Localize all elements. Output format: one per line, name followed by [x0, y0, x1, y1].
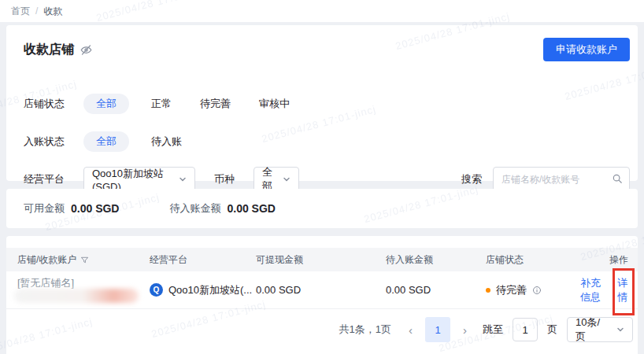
available-amount-label: 可用金额 — [24, 201, 65, 216]
col-actions: 操作 — [580, 253, 628, 267]
store-status-option-all[interactable]: 全部 — [83, 94, 129, 114]
pagination: 共1条，1页 ‹ 1 › 跳至 页 10条/页 — [6, 317, 638, 342]
breadcrumb-current: 收款 — [43, 5, 62, 18]
table-card: 店铺/收款账户 经营平台 可提现金额 待入账金额 店铺状态 操作 [暂无店铺名]… — [6, 236, 638, 354]
supplement-info-link[interactable]: 补充信息 — [580, 276, 601, 304]
status-dot — [486, 288, 490, 293]
filter-funnel-icon[interactable] — [80, 256, 89, 264]
page-1-button[interactable]: 1 — [425, 317, 450, 342]
store-cell: [暂无店铺名] — [17, 271, 150, 308]
entry-status-label: 入账状态 — [24, 135, 65, 149]
withdrawable-amount: 0.00 SGD — [256, 284, 386, 296]
jump-page-input[interactable] — [513, 318, 538, 341]
filters-card: 收款店铺 申请收款账户 店铺状态 全部 正常 待完善 审核中 入账状态 全部 待… — [6, 25, 638, 181]
store-status-label: 店铺状态 — [24, 97, 65, 111]
chevron-down-icon — [616, 326, 624, 334]
store-status-option-normal[interactable]: 正常 — [145, 94, 178, 114]
title-row: 收款店铺 申请收款账户 — [24, 38, 630, 61]
entry-status-filter: 入账状态 全部 待入账 — [24, 131, 204, 152]
col-platform-label: 经营平台 — [150, 253, 187, 267]
col-withdrawable: 可提现金额 — [256, 253, 386, 267]
pending-amount-value: 0.00 SGD — [227, 202, 275, 215]
status-cell: 待完善 — [486, 283, 580, 297]
entry-status-option-pending[interactable]: 待入账 — [145, 131, 188, 152]
col-actions-label: 操作 — [609, 253, 628, 267]
actions-cell: 补充信息 详情 — [580, 276, 628, 304]
col-pending-label: 待入账金额 — [386, 253, 433, 267]
detail-link[interactable]: 详情 — [617, 277, 627, 303]
page-size-value: 10条/页 — [576, 315, 610, 344]
table-header: 店铺/收款账户 经营平台 可提现金额 待入账金额 店铺状态 操作 — [6, 248, 638, 271]
col-store-account-label: 店铺/收款账户 — [17, 253, 76, 267]
apply-account-button[interactable]: 申请收款账户 — [543, 38, 630, 61]
col-status: 店铺状态 — [486, 253, 580, 267]
pending-amount: 0.00 SGD — [386, 284, 486, 296]
search-icon[interactable] — [612, 173, 623, 186]
pagination-total: 共1条，1页 — [339, 323, 391, 337]
breadcrumb: 首页 / 收款 — [0, 0, 644, 22]
next-page-icon[interactable]: › — [460, 323, 470, 337]
search-label: 搜索 — [461, 172, 482, 186]
info-circle-icon[interactable] — [532, 286, 542, 295]
available-amount-value: 0.00 SGD — [71, 202, 119, 215]
platform-label: 经营平台 — [24, 172, 65, 186]
platform-cell: Q Qoo10新加坡站(... — [150, 283, 256, 297]
col-pending: 待入账金额 — [386, 253, 486, 267]
chevron-down-icon — [179, 175, 187, 183]
store-status-option-incomplete[interactable]: 待完善 — [194, 94, 237, 114]
page-unit-label: 页 — [547, 323, 557, 337]
pending-amount-label: 待入账金额 — [169, 201, 220, 216]
store-status-filter: 店铺状态 全部 正常 待完善 审核中 — [24, 94, 312, 114]
col-platform: 经营平台 — [150, 253, 256, 267]
store-status-option-reviewing[interactable]: 审核中 — [253, 94, 296, 114]
breadcrumb-home-link[interactable]: 首页 — [11, 5, 30, 18]
col-store-account: 店铺/收款账户 — [17, 253, 150, 267]
redacted-account-number — [14, 289, 139, 303]
page-size-select[interactable]: 10条/页 — [567, 317, 633, 342]
eye-off-icon[interactable] — [80, 44, 92, 56]
payment-stores-page: 2025/04/28 17:01-jincj 2025/04/28 17:01-… — [0, 0, 644, 354]
entry-status-option-all[interactable]: 全部 — [83, 131, 129, 152]
status-badge: 待完善 — [496, 283, 527, 297]
col-status-label: 店铺状态 — [486, 253, 524, 267]
breadcrumb-separator: / — [35, 6, 38, 17]
col-withdrawable-label: 可提现金额 — [256, 253, 303, 267]
table-row: [暂无店铺名] Q Qoo10新加坡站(... 0.00 SGD 0.00 SG… — [6, 271, 638, 309]
prev-page-icon[interactable]: ‹ — [405, 323, 416, 337]
page-title: 收款店铺 — [24, 42, 74, 58]
platform-name: Qoo10新加坡站(... — [168, 283, 252, 297]
chevron-down-icon — [283, 175, 291, 183]
qoo10-logo-icon: Q — [150, 283, 163, 297]
currency-label: 币种 — [214, 172, 235, 186]
jump-to-label: 跳至 — [483, 323, 503, 337]
summary-card: 可用金额 0.00 SGD 待入账金额 0.00 SGD — [6, 189, 638, 228]
